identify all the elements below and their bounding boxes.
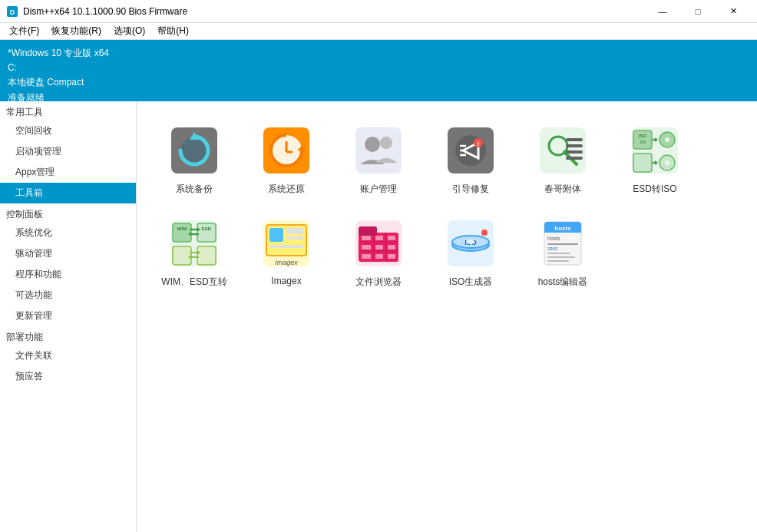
svg-rect-34	[633, 154, 652, 172]
restore-label: 系统还原	[268, 183, 305, 196]
svg-point-11	[365, 137, 380, 152]
svg-text:WIM: WIM	[177, 226, 187, 231]
svg-rect-69	[362, 254, 371, 259]
svg-rect-46	[197, 246, 216, 265]
menu-help[interactable]: 帮助(H)	[151, 23, 195, 39]
tool-isogen[interactable]: ISO ISO生成器	[428, 210, 513, 295]
sidebar-item-pre-answer[interactable]: 预应答	[0, 366, 136, 387]
sidebar-item-space-reclaim[interactable]: 空间回收	[0, 121, 136, 141]
spy-icon	[535, 123, 590, 178]
imagex-icon: Imagex	[259, 216, 314, 271]
wimesd-icon: WIM ESD	[167, 216, 222, 271]
svg-text:ESD: ESD	[202, 226, 212, 231]
sidebar-item-appx[interactable]: Appx管理	[0, 162, 136, 183]
esd2iso-icon: ISO 100	[627, 123, 683, 178]
info-line2: C:	[8, 61, 109, 75]
account-label: 账户管理	[360, 183, 397, 196]
backup-icon	[167, 123, 222, 178]
svg-rect-63	[362, 236, 371, 240]
svg-rect-86	[547, 243, 578, 245]
menu-file[interactable]: 文件(F)	[3, 23, 45, 39]
tool-boot[interactable]: ! 引导修复	[428, 117, 513, 202]
sidebar-item-driver[interactable]: 驱动管理	[0, 243, 136, 264]
isogen-icon: ISO	[443, 216, 498, 271]
menu-options[interactable]: 选项(O)	[107, 23, 151, 39]
svg-point-76	[467, 240, 474, 244]
svg-rect-53	[286, 236, 303, 240]
app-title: Dism++x64 10.1.1000.90 Bios Firmware	[23, 6, 187, 17]
svg-rect-90	[547, 260, 569, 262]
hosts-label: hosts编辑器	[538, 276, 588, 289]
svg-rect-68	[388, 245, 395, 249]
svg-rect-65	[388, 236, 395, 240]
spy-label: 春哥附体	[544, 183, 581, 196]
tool-account[interactable]: 账户管理	[336, 117, 421, 202]
svg-rect-25	[566, 150, 583, 154]
menu-restore[interactable]: 恢复功能(R)	[45, 23, 107, 39]
info-line3: 本地硬盘 Compact	[8, 75, 109, 90]
svg-rect-52	[286, 228, 303, 234]
svg-text:Imagex: Imagex	[275, 259, 298, 266]
tool-filebrowser[interactable]: 文件浏览器	[336, 210, 421, 295]
tool-backup[interactable]: 系统备份	[152, 117, 236, 202]
svg-rect-70	[375, 254, 383, 259]
close-button[interactable]: ✕	[716, 0, 751, 23]
svg-point-32	[665, 137, 669, 142]
svg-rect-67	[375, 245, 383, 249]
boot-icon: !	[443, 123, 498, 178]
info-panel: *Windows 10 专业版 x64 C: 本地硬盘 Compact 准备就绪	[0, 40, 757, 101]
account-icon	[351, 123, 406, 178]
restore-icon	[259, 123, 314, 178]
svg-text:hosts: hosts	[547, 236, 560, 241]
tool-wimesd[interactable]: WIM ESD	[152, 210, 236, 295]
svg-rect-54	[269, 245, 303, 248]
wimesd-label: WIM、ESD互转	[161, 276, 226, 289]
section-label-common: 常用工具	[0, 101, 136, 121]
tool-esd2iso[interactable]: ISO 100	[613, 117, 697, 202]
filebrowser-icon	[351, 216, 406, 271]
svg-point-36	[665, 160, 669, 165]
svg-text:3382: 3382	[547, 246, 558, 251]
esd2iso-label: ESD转ISO	[633, 183, 676, 196]
tool-grid: 系统备份 系统还原	[152, 117, 742, 295]
sidebar-item-file-assoc[interactable]: 文件关联	[0, 345, 136, 366]
sidebar-item-optional[interactable]: 可选功能	[0, 285, 136, 306]
backup-label: 系统备份	[176, 183, 213, 196]
svg-rect-71	[388, 254, 395, 259]
svg-rect-51	[269, 228, 283, 242]
sidebar-item-programs[interactable]: 程序和功能	[0, 264, 136, 285]
boot-label: 引导修复	[452, 183, 489, 196]
section-label-control: 控制面板	[0, 203, 136, 223]
window-controls: — □ ✕	[645, 0, 751, 23]
svg-rect-10	[355, 127, 402, 173]
svg-text:ISO: ISO	[639, 134, 647, 138]
info-line1: *Windows 10 专业版 x64	[8, 46, 109, 61]
svg-text:100: 100	[640, 140, 646, 144]
hosts-icon: hosts hosts 3382	[535, 216, 590, 271]
svg-rect-26	[566, 157, 583, 160]
title-bar: D Dism++x64 10.1.1000.90 Bios Firmware —…	[0, 0, 757, 23]
svg-point-12	[380, 137, 392, 149]
sidebar-item-update[interactable]: 更新管理	[0, 306, 136, 326]
sidebar-item-startup[interactable]: 启动项管理	[0, 141, 136, 162]
sidebar: 常用工具 空间回收 启动项管理 Appx管理 工具箱 控制面板 系统优化 驱动管…	[0, 101, 137, 532]
app-icon: D	[6, 5, 18, 18]
svg-text:hosts: hosts	[554, 225, 571, 232]
tool-hosts[interactable]: hosts hosts 3382 hosts编辑器	[521, 210, 605, 295]
svg-rect-64	[375, 236, 383, 240]
title-bar-left: D Dism++x64 10.1.1000.90 Bios Firmware	[6, 5, 187, 18]
sidebar-item-toolbox[interactable]: 工具箱	[0, 183, 136, 203]
svg-rect-24	[566, 144, 583, 147]
tool-spy[interactable]: 春哥附体	[521, 117, 605, 202]
svg-rect-88	[547, 253, 570, 254]
minimize-button[interactable]: —	[645, 0, 680, 23]
svg-text:!: !	[478, 140, 480, 147]
maximize-button[interactable]: □	[680, 0, 716, 23]
tool-restore[interactable]: 系统还原	[244, 117, 329, 202]
svg-rect-45	[173, 246, 191, 265]
sidebar-item-sys-optimize[interactable]: 系统优化	[0, 223, 136, 243]
imagex-label: Imagex	[271, 276, 301, 286]
svg-text:D: D	[10, 8, 15, 16]
menu-bar: 文件(F) 恢复功能(R) 选项(O) 帮助(H)	[0, 23, 757, 40]
tool-imagex[interactable]: Imagex Imagex	[244, 210, 329, 295]
